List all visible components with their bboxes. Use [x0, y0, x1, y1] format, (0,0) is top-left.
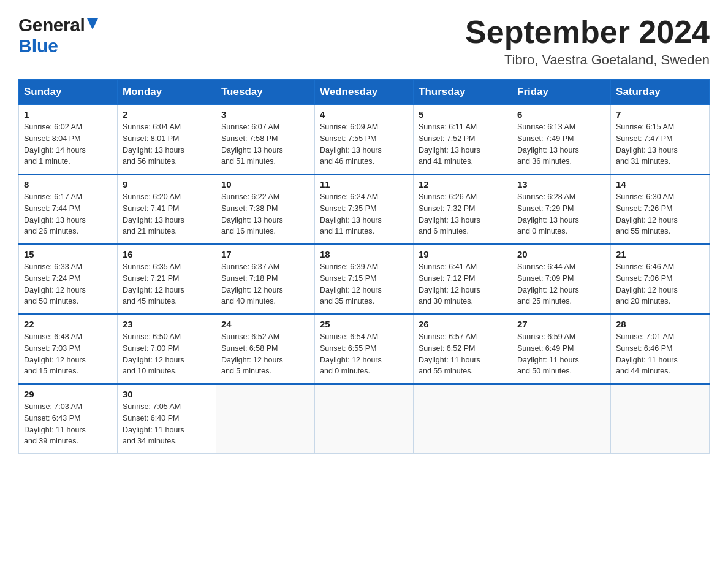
day-info: Sunrise: 6:09 AMSunset: 7:55 PMDaylight:…: [320, 121, 408, 167]
calendar-header-row: SundayMondayTuesdayWednesdayThursdayFrid…: [19, 80, 710, 105]
day-info: Sunrise: 7:05 AMSunset: 6:40 PMDaylight:…: [123, 401, 211, 447]
day-cell-25: 25Sunrise: 6:54 AMSunset: 6:55 PMDayligh…: [315, 314, 414, 384]
day-cell-19: 19Sunrise: 6:41 AMSunset: 7:12 PMDayligh…: [414, 244, 512, 314]
day-info: Sunrise: 6:04 AMSunset: 8:01 PMDaylight:…: [123, 121, 211, 167]
day-cell-20: 20Sunrise: 6:44 AMSunset: 7:09 PMDayligh…: [512, 244, 611, 314]
day-number: 18: [320, 249, 408, 259]
day-info: Sunrise: 6:30 AMSunset: 7:26 PMDaylight:…: [616, 191, 704, 237]
day-cell-12: 12Sunrise: 6:26 AMSunset: 7:32 PMDayligh…: [414, 174, 512, 244]
day-number: 23: [123, 319, 211, 329]
day-info: Sunrise: 6:07 AMSunset: 7:58 PMDaylight:…: [221, 121, 309, 167]
col-header-monday: Monday: [118, 80, 216, 105]
day-info: Sunrise: 6:35 AMSunset: 7:21 PMDaylight:…: [123, 261, 211, 307]
day-number: 25: [320, 319, 408, 329]
logo-general-text: General: [18, 15, 85, 36]
day-cell-26: 26Sunrise: 6:57 AMSunset: 6:52 PMDayligh…: [414, 314, 512, 384]
day-number: 17: [221, 249, 309, 259]
logo-blue-text: Blue: [18, 36, 58, 56]
day-cell-30: 30Sunrise: 7:05 AMSunset: 6:40 PMDayligh…: [118, 384, 216, 454]
logo-arrow-icon: [86, 17, 99, 33]
day-info: Sunrise: 6:57 AMSunset: 6:52 PMDaylight:…: [419, 331, 507, 377]
col-header-tuesday: Tuesday: [216, 80, 315, 105]
day-number: 4: [320, 109, 408, 120]
day-cell-15: 15Sunrise: 6:33 AMSunset: 7:24 PMDayligh…: [19, 244, 118, 314]
day-info: Sunrise: 6:39 AMSunset: 7:15 PMDaylight:…: [320, 261, 408, 307]
day-cell-23: 23Sunrise: 6:50 AMSunset: 7:00 PMDayligh…: [118, 314, 216, 384]
col-header-thursday: Thursday: [414, 80, 512, 105]
day-info: Sunrise: 7:01 AMSunset: 6:46 PMDaylight:…: [616, 331, 704, 377]
day-cell-10: 10Sunrise: 6:22 AMSunset: 7:38 PMDayligh…: [216, 174, 315, 244]
day-cell-6: 6Sunrise: 6:13 AMSunset: 7:49 PMDaylight…: [512, 105, 611, 175]
day-cell-28: 28Sunrise: 7:01 AMSunset: 6:46 PMDayligh…: [611, 314, 710, 384]
day-cell-29: 29Sunrise: 7:03 AMSunset: 6:43 PMDayligh…: [19, 384, 118, 454]
col-header-saturday: Saturday: [611, 80, 710, 105]
day-number: 28: [616, 319, 704, 329]
calendar-week-4: 22Sunrise: 6:48 AMSunset: 7:03 PMDayligh…: [19, 314, 710, 384]
day-number: 22: [24, 319, 112, 329]
day-number: 15: [24, 249, 112, 259]
day-number: 26: [419, 319, 507, 329]
empty-cell: [216, 384, 315, 454]
day-number: 27: [517, 319, 605, 329]
day-number: 11: [320, 179, 408, 190]
calendar-week-3: 15Sunrise: 6:33 AMSunset: 7:24 PMDayligh…: [19, 244, 710, 314]
location-title: Tibro, Vaestra Goetaland, Sweden: [465, 52, 710, 68]
day-cell-9: 9Sunrise: 6:20 AMSunset: 7:41 PMDaylight…: [118, 174, 216, 244]
day-number: 16: [123, 249, 211, 259]
day-number: 12: [419, 179, 507, 190]
day-number: 21: [616, 249, 704, 259]
day-info: Sunrise: 6:54 AMSunset: 6:55 PMDaylight:…: [320, 331, 408, 377]
day-cell-4: 4Sunrise: 6:09 AMSunset: 7:55 PMDaylight…: [315, 105, 414, 175]
svg-marker-0: [87, 18, 98, 29]
day-cell-16: 16Sunrise: 6:35 AMSunset: 7:21 PMDayligh…: [118, 244, 216, 314]
empty-cell: [611, 384, 710, 454]
day-info: Sunrise: 6:59 AMSunset: 6:49 PMDaylight:…: [517, 331, 605, 377]
col-header-sunday: Sunday: [19, 80, 118, 105]
day-info: Sunrise: 6:48 AMSunset: 7:03 PMDaylight:…: [24, 331, 112, 377]
day-cell-13: 13Sunrise: 6:28 AMSunset: 7:29 PMDayligh…: [512, 174, 611, 244]
day-info: Sunrise: 6:11 AMSunset: 7:52 PMDaylight:…: [419, 121, 507, 167]
day-info: Sunrise: 6:24 AMSunset: 7:35 PMDaylight:…: [320, 191, 408, 237]
day-cell-2: 2Sunrise: 6:04 AMSunset: 8:01 PMDaylight…: [118, 105, 216, 175]
day-number: 2: [123, 109, 211, 120]
day-number: 7: [616, 109, 704, 120]
day-number: 1: [24, 109, 112, 120]
day-cell-5: 5Sunrise: 6:11 AMSunset: 7:52 PMDaylight…: [414, 105, 512, 175]
day-info: Sunrise: 6:15 AMSunset: 7:47 PMDaylight:…: [616, 121, 704, 167]
day-number: 24: [221, 319, 309, 329]
day-info: Sunrise: 6:41 AMSunset: 7:12 PMDaylight:…: [419, 261, 507, 307]
day-number: 9: [123, 179, 211, 190]
day-info: Sunrise: 6:20 AMSunset: 7:41 PMDaylight:…: [123, 191, 211, 237]
day-number: 29: [24, 389, 112, 399]
day-cell-22: 22Sunrise: 6:48 AMSunset: 7:03 PMDayligh…: [19, 314, 118, 384]
day-info: Sunrise: 6:26 AMSunset: 7:32 PMDaylight:…: [419, 191, 507, 237]
day-number: 14: [616, 179, 704, 190]
day-number: 8: [24, 179, 112, 190]
day-info: Sunrise: 6:13 AMSunset: 7:49 PMDaylight:…: [517, 121, 605, 167]
day-cell-7: 7Sunrise: 6:15 AMSunset: 7:47 PMDaylight…: [611, 105, 710, 175]
day-cell-1: 1Sunrise: 6:02 AMSunset: 8:04 PMDaylight…: [19, 105, 118, 175]
day-info: Sunrise: 6:17 AMSunset: 7:44 PMDaylight:…: [24, 191, 112, 237]
day-number: 19: [419, 249, 507, 259]
empty-cell: [315, 384, 414, 454]
calendar-week-5: 29Sunrise: 7:03 AMSunset: 6:43 PMDayligh…: [19, 384, 710, 454]
day-info: Sunrise: 6:02 AMSunset: 8:04 PMDaylight:…: [24, 121, 112, 167]
month-title: September 2024: [465, 15, 710, 50]
calendar-table: SundayMondayTuesdayWednesdayThursdayFrid…: [18, 79, 710, 454]
day-number: 3: [221, 109, 309, 120]
day-number: 6: [517, 109, 605, 120]
empty-cell: [512, 384, 611, 454]
day-cell-8: 8Sunrise: 6:17 AMSunset: 7:44 PMDaylight…: [19, 174, 118, 244]
day-number: 30: [123, 389, 211, 399]
day-cell-3: 3Sunrise: 6:07 AMSunset: 7:58 PMDaylight…: [216, 105, 315, 175]
day-cell-24: 24Sunrise: 6:52 AMSunset: 6:58 PMDayligh…: [216, 314, 315, 384]
day-info: Sunrise: 6:52 AMSunset: 6:58 PMDaylight:…: [221, 331, 309, 377]
logo: General Blue: [18, 15, 99, 56]
day-number: 5: [419, 109, 507, 120]
day-info: Sunrise: 6:44 AMSunset: 7:09 PMDaylight:…: [517, 261, 605, 307]
day-cell-18: 18Sunrise: 6:39 AMSunset: 7:15 PMDayligh…: [315, 244, 414, 314]
calendar-week-2: 8Sunrise: 6:17 AMSunset: 7:44 PMDaylight…: [19, 174, 710, 244]
day-cell-17: 17Sunrise: 6:37 AMSunset: 7:18 PMDayligh…: [216, 244, 315, 314]
day-info: Sunrise: 6:37 AMSunset: 7:18 PMDaylight:…: [221, 261, 309, 307]
col-header-friday: Friday: [512, 80, 611, 105]
